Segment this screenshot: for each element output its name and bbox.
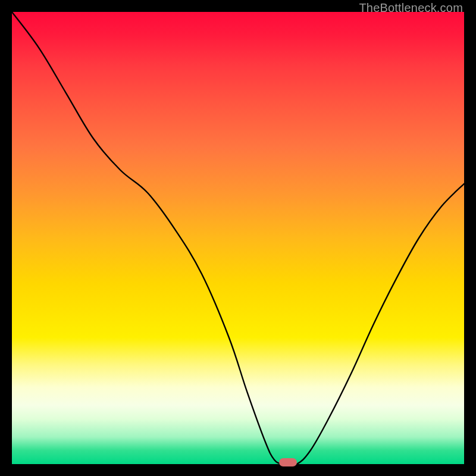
- plot-area: [12, 12, 464, 464]
- chart-frame: TheBottleneck.com: [0, 0, 476, 476]
- optimal-marker: [279, 458, 297, 466]
- bottleneck-curve: [12, 12, 464, 464]
- watermark-text: TheBottleneck.com: [359, 1, 463, 15]
